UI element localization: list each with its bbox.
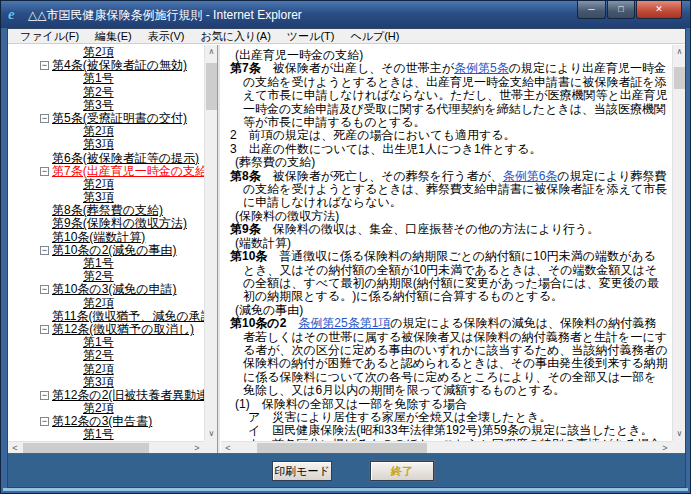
tree-item[interactable]: 第2号: [8, 86, 204, 99]
tree-item-label[interactable]: 第2項: [83, 297, 114, 310]
menu-item-favorites[interactable]: お気に入り(A): [192, 29, 278, 44]
tree-item[interactable]: 第10条(端数計算): [8, 231, 204, 244]
tree-item[interactable]: −第10条の3(減免の申請): [8, 283, 204, 296]
close-button[interactable]: ✕: [636, 1, 682, 19]
collapse-icon[interactable]: −: [40, 114, 49, 123]
tree-item-label[interactable]: 第2項: [83, 363, 114, 376]
tree-item[interactable]: 第11条(徴収猶予、減免の承認等): [8, 310, 204, 323]
tree-item-label[interactable]: 第7条(出産育児一時金の支給): [52, 165, 204, 178]
law-reference-link[interactable]: 条例第6条: [503, 169, 558, 183]
tree-item-label[interactable]: 第12条の2(旧被扶養者異動連絡票): [52, 389, 204, 402]
menu-item-file[interactable]: ファイル(F): [12, 29, 87, 44]
tree-item-label[interactable]: 第10条(端数計算): [52, 231, 145, 244]
sidebar-tree: 第2項−第4条(被保険者証の無効)第1号第2号第3号−第5条(受療証明書の交付)…: [8, 45, 204, 441]
tree-item[interactable]: 第3項: [8, 191, 204, 204]
tree-item[interactable]: 第2項: [8, 363, 204, 376]
tree-item[interactable]: −第4条(被保険者証の無効): [8, 59, 204, 72]
tree-item[interactable]: 第2項: [8, 125, 204, 138]
menu-item-tools[interactable]: ツール(T): [279, 29, 343, 44]
tree-item-label[interactable]: 第12条の3(申告書): [52, 415, 152, 428]
collapse-icon[interactable]: −: [40, 167, 49, 176]
print-mode-button[interactable]: 印刷モード: [272, 461, 332, 481]
sidebar-vscrollbar[interactable]: ∧ ∨: [204, 45, 217, 441]
menu-item-edit[interactable]: 編集(E): [87, 29, 140, 44]
scroll-up-icon[interactable]: ∧: [205, 45, 217, 59]
tree-item-label[interactable]: 第2項: [83, 46, 114, 59]
content-vscrollbar[interactable]: ∧ ∨: [672, 45, 685, 441]
tree-item-label[interactable]: 第11条(徴収猶予、減免の承認等): [52, 310, 204, 323]
tree-item-label[interactable]: 第1号: [83, 336, 114, 349]
tree-item-label[interactable]: 第9条(保険料の徴収方法): [52, 217, 187, 230]
tree-item[interactable]: 第9条(保険料の徴収方法): [8, 217, 204, 230]
tree-item-label[interactable]: 第4条(被保険者証の無効): [52, 59, 187, 72]
tree-item[interactable]: 第2項: [8, 46, 204, 59]
tree-item[interactable]: 第1号: [8, 257, 204, 270]
tree-item-label[interactable]: 第3号: [83, 99, 114, 112]
tree-item-label[interactable]: 第2項: [83, 402, 114, 415]
content-panel: (出産育児一時金の支給)第7条 被保険者が出産し、その世帯主が条例第5条の規定に…: [221, 45, 685, 455]
scroll-down-icon[interactable]: ∨: [205, 427, 217, 441]
tree-item-label[interactable]: 第8条(葬祭費の支給): [52, 204, 163, 217]
law-reference-link[interactable]: 条例第25条第1項: [298, 316, 390, 330]
tree-item[interactable]: −第12条(徴収猶予の取消し): [8, 323, 204, 336]
maximize-button[interactable]: □: [607, 1, 635, 19]
tree-item[interactable]: 第8条(葬祭費の支給): [8, 204, 204, 217]
tree-item-label[interactable]: 第5条(受療証明書の交付): [52, 112, 187, 125]
tree-item[interactable]: 第3号: [8, 99, 204, 112]
paragraph: 第7条 被保険者が出産し、その世帯主が条例第5条の規定により出産育児一時金の支給…: [230, 62, 668, 129]
tree-item[interactable]: −第10条の2(減免の事由): [8, 244, 204, 257]
browser-client-area: ファイル(F)編集(E)表示(V)お気に入り(A)ツール(T)ヘルプ(H) 第2…: [7, 28, 686, 488]
tree-item[interactable]: 第6条(被保険者証等の提示): [8, 152, 204, 165]
minimize-button[interactable]: ─: [577, 1, 606, 19]
title-bar[interactable]: e △△市国民健康保険条例施行規則 - Internet Explorer ─ …: [1, 1, 690, 28]
tree-item[interactable]: 第2号: [8, 270, 204, 283]
tree-item-label[interactable]: 第2号: [83, 270, 114, 283]
tree-item-label[interactable]: 第12条(徴収猶予の取消し): [52, 323, 194, 336]
paragraph: 2 前項の規定は、死産の場合においても適用する。: [230, 129, 668, 142]
menu-item-view[interactable]: 表示(V): [140, 29, 193, 44]
tree-item-label[interactable]: 第6条(被保険者証等の提示): [52, 152, 199, 165]
content-vscroll-thumb[interactable]: [674, 67, 685, 89]
tree-item-label[interactable]: 第1号: [83, 72, 114, 85]
paragraph: 第10条 普通徴収に係る保険料の納期限ごとの納付額に10円未満の端数があるとき、…: [230, 250, 668, 304]
tree-item-label[interactable]: 第2号: [83, 349, 114, 362]
frameset: 第2項−第4条(被保険者証の無効)第1号第2号第3号−第5条(受療証明書の交付)…: [8, 45, 685, 455]
law-reference-link[interactable]: 条例第5条: [454, 61, 509, 75]
law-document: (出産育児一時金の支給)第7条 被保険者が出産し、その世帯主が条例第5条の規定に…: [221, 45, 672, 441]
collapse-icon[interactable]: −: [40, 285, 49, 294]
tree-item-label[interactable]: 第3項: [83, 376, 114, 389]
menu-item-help[interactable]: ヘルプ(H): [342, 29, 407, 44]
tree-item[interactable]: 第2号: [8, 349, 204, 362]
tree-item[interactable]: 第1号: [8, 336, 204, 349]
paragraph: (減免の事由): [235, 304, 668, 317]
tree-item-label[interactable]: 第3項: [83, 191, 114, 204]
tree-item[interactable]: 第2項: [8, 402, 204, 415]
sidebar-vscroll-thumb[interactable]: [206, 63, 217, 110]
tree-item[interactable]: 第1号: [8, 72, 204, 85]
tree-item-label[interactable]: 第1号: [83, 428, 114, 441]
tree-item[interactable]: −第5条(受療証明書の交付): [8, 112, 204, 125]
exit-button[interactable]: 終了: [370, 461, 434, 481]
tree-item[interactable]: 第3項: [8, 138, 204, 151]
scroll-down-icon[interactable]: ∨: [673, 427, 685, 441]
collapse-icon[interactable]: −: [40, 246, 49, 255]
tree-item[interactable]: 第3項: [8, 376, 204, 389]
tree-item-label[interactable]: 第1号: [83, 257, 114, 270]
tree-item-label[interactable]: 第3項: [83, 138, 114, 151]
collapse-icon[interactable]: −: [40, 391, 49, 400]
tree-item-label[interactable]: 第2項: [83, 125, 114, 138]
scroll-up-icon[interactable]: ∧: [673, 45, 685, 59]
tree-item-label[interactable]: 第2号: [83, 86, 114, 99]
tree-item[interactable]: −第12条の3(申告書): [8, 415, 204, 428]
tree-item-label[interactable]: 第10条の2(減免の事由): [52, 244, 177, 257]
collapse-icon[interactable]: −: [40, 417, 49, 426]
tree-item[interactable]: −第7条(出産育児一時金の支給): [8, 165, 204, 178]
tree-item-label[interactable]: 第2項: [83, 178, 114, 191]
tree-item-label[interactable]: 第10条の3(減免の申請): [52, 283, 177, 296]
tree-item[interactable]: −第12条の2(旧被扶養者異動連絡票): [8, 389, 204, 402]
tree-item[interactable]: 第2項: [8, 297, 204, 310]
tree-item[interactable]: 第2項: [8, 178, 204, 191]
collapse-icon[interactable]: −: [40, 61, 49, 70]
collapse-icon[interactable]: −: [40, 325, 49, 334]
tree-item[interactable]: 第1号: [8, 428, 204, 441]
